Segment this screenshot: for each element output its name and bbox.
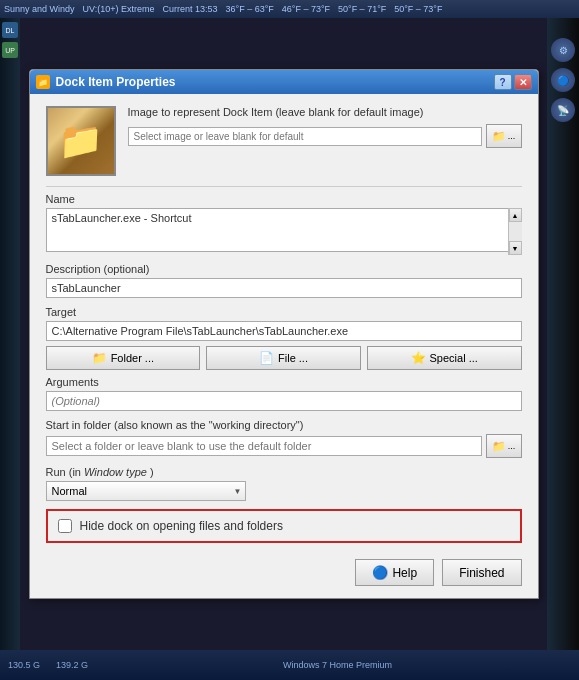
start-folder-row: 📁 ... [46, 434, 522, 458]
storage-2: 139.2 G [56, 660, 88, 670]
storage-1: 130.5 G [8, 660, 40, 670]
finished-button[interactable]: Finished [442, 559, 521, 586]
folder-preview-icon: 📁 [58, 120, 103, 162]
temp4-text: 50°F – 73°F [394, 4, 442, 14]
name-textarea[interactable] [46, 208, 522, 252]
start-folder-browse-dots: ... [508, 441, 516, 451]
help-btn-label: Help [392, 566, 417, 580]
dialog-content: 📁 Image to represent Dock Item (leave bl… [30, 94, 538, 598]
left-sidebar: DL UP [0, 18, 20, 650]
target-input[interactable] [46, 321, 522, 341]
right-icon-2: 🔵 [551, 68, 575, 92]
os-label: Windows 7 Home Premium [283, 660, 392, 670]
image-path-input[interactable] [128, 127, 482, 146]
image-label: Image to represent Dock Item (leave blan… [128, 106, 522, 118]
browse-dots: ... [508, 131, 516, 141]
start-folder-label: Start in folder (also known as the "work… [46, 419, 522, 431]
run-label-prefix: Run (in [46, 466, 81, 478]
divider-1 [46, 186, 522, 187]
dock-item-properties-dialog: 📁 Dock Item Properties ? ✕ 📁 Image to re… [29, 69, 539, 599]
target-section: Target 📁 Folder ... 📄 File ... ⭐ Special… [46, 306, 522, 370]
description-input[interactable] [46, 278, 522, 298]
special-btn-icon: ⭐ [411, 351, 426, 365]
time-text: Current 13:53 [163, 4, 218, 14]
name-textarea-wrapper: ▲ ▼ [46, 208, 522, 255]
taskbar-top: Sunny and Windy UV:(10+) Extreme Current… [0, 0, 579, 18]
dialog-title: Dock Item Properties [56, 75, 488, 89]
image-browse-button[interactable]: 📁 ... [486, 124, 522, 148]
target-label: Target [46, 306, 522, 318]
dialog-overlay: 📁 Dock Item Properties ? ✕ 📁 Image to re… [20, 18, 547, 650]
browse-folder-icon: 📁 [492, 130, 506, 143]
image-preview: 📁 [46, 106, 116, 176]
start-folder-browse-button[interactable]: 📁 ... [486, 434, 522, 458]
sidebar-badge-1: DL [2, 22, 18, 38]
name-section: Name ▲ ▼ [46, 193, 522, 255]
file-button[interactable]: 📄 File ... [206, 346, 361, 370]
close-button[interactable]: ✕ [514, 74, 532, 90]
run-label-em: Window type [84, 466, 147, 478]
start-folder-input[interactable] [46, 436, 482, 456]
folder-btn-label: Folder ... [111, 352, 154, 364]
image-input-row: 📁 ... [128, 124, 522, 148]
dialog-footer: 🔵 Help Finished [46, 555, 522, 586]
temp2-text: 46°F – 73°F [282, 4, 330, 14]
scroll-down-arrow[interactable]: ▼ [509, 241, 522, 255]
run-select-wrapper: Normal Minimized Maximized ▼ [46, 481, 246, 501]
right-icon-3: 📡 [551, 98, 575, 122]
help-btn-icon: 🔵 [372, 565, 388, 580]
folder-btn-icon: 📁 [92, 351, 107, 365]
help-button[interactable]: 🔵 Help [355, 559, 434, 586]
checkbox-section: Hide dock on opening files and folders [46, 509, 522, 543]
image-right: Image to represent Dock Item (leave blan… [128, 106, 522, 148]
temp3-text: 50°F – 71°F [338, 4, 386, 14]
run-label-suffix: ) [150, 466, 154, 478]
target-buttons: 📁 Folder ... 📄 File ... ⭐ Special ... [46, 346, 522, 370]
hide-dock-label: Hide dock on opening files and folders [80, 519, 283, 533]
run-section: Run (in Window type ) Normal Minimized M… [46, 466, 522, 501]
image-section: 📁 Image to represent Dock Item (leave bl… [46, 106, 522, 176]
arguments-section: Arguments [46, 376, 522, 411]
run-select[interactable]: Normal Minimized Maximized [46, 481, 246, 501]
file-btn-label: File ... [278, 352, 308, 364]
start-folder-browse-icon: 📁 [492, 440, 506, 453]
description-section: Description (optional) [46, 263, 522, 298]
folder-button[interactable]: 📁 Folder ... [46, 346, 201, 370]
file-btn-icon: 📄 [259, 351, 274, 365]
arguments-input[interactable] [46, 391, 522, 411]
uv-text: UV:(10+) Extreme [83, 4, 155, 14]
right-sidebar: ⚙ 🔵 📡 [547, 18, 579, 650]
help-button-title[interactable]: ? [494, 74, 512, 90]
taskbar-bottom: 130.5 G 139.2 G Windows 7 Home Premium [0, 650, 579, 680]
special-btn-label: Special ... [430, 352, 478, 364]
finished-btn-label: Finished [459, 566, 504, 580]
start-folder-section: Start in folder (also known as the "work… [46, 419, 522, 458]
title-icon-glyph: 📁 [38, 78, 48, 87]
temp1-text: 36°F – 63°F [226, 4, 274, 14]
special-button[interactable]: ⭐ Special ... [367, 346, 522, 370]
title-bar-buttons: ? ✕ [494, 74, 532, 90]
description-label: Description (optional) [46, 263, 522, 275]
title-bar-icon: 📁 [36, 75, 50, 89]
name-label: Name [46, 193, 522, 205]
scroll-up-arrow[interactable]: ▲ [509, 208, 522, 222]
title-bar: 📁 Dock Item Properties ? ✕ [30, 70, 538, 94]
right-icon-1: ⚙ [551, 38, 575, 62]
name-scrollbar: ▲ ▼ [508, 208, 522, 255]
sidebar-badge-2: UP [2, 42, 18, 58]
run-label: Run (in Window type ) [46, 466, 522, 478]
hide-dock-checkbox[interactable] [58, 519, 72, 533]
arguments-label: Arguments [46, 376, 522, 388]
weather-text: Sunny and Windy [4, 4, 75, 14]
